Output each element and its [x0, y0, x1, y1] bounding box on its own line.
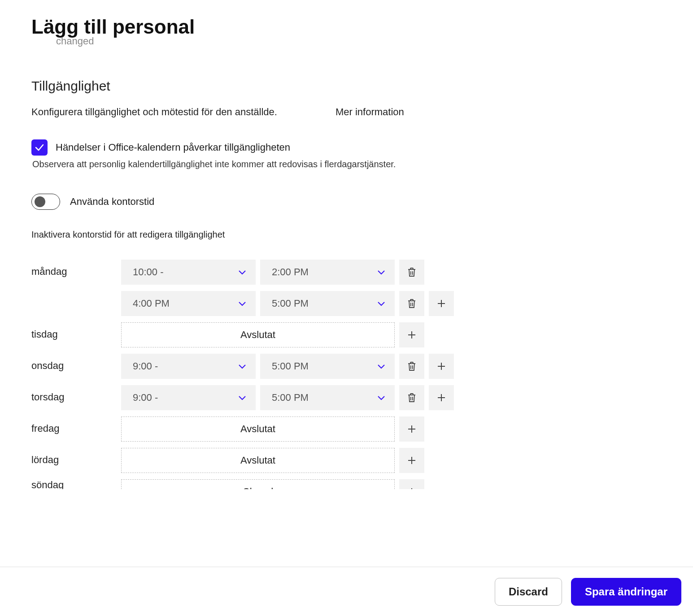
sunday-closed: Closed [121, 479, 395, 489]
office-hours-helper: Inaktivera kontorstid för att redigera t… [31, 230, 662, 240]
changed-indicator: changed [56, 35, 662, 47]
chevron-down-icon [237, 392, 248, 403]
delete-range-button[interactable] [399, 291, 424, 316]
plus-icon [436, 392, 447, 403]
monday-start-2[interactable]: 4:00 PM [121, 291, 256, 316]
day-label-sunday: söndag [31, 479, 117, 489]
save-button[interactable]: Spara ändringar [571, 578, 681, 606]
day-label-monday: måndag [31, 260, 117, 278]
delete-range-button[interactable] [399, 354, 424, 379]
plus-icon [406, 330, 417, 340]
chevron-down-icon [376, 361, 387, 372]
plus-icon [436, 361, 447, 372]
day-label-wednesday: onsdag [31, 354, 117, 372]
thursday-end[interactable]: 5:00 PM [260, 385, 395, 410]
time-value: 5:00 PM [272, 392, 309, 403]
time-value: 9:00 - [133, 392, 158, 403]
day-label-friday: fredag [31, 416, 117, 434]
time-value: 10:00 - [133, 266, 164, 278]
schedule: måndag 10:00 - 2:00 PM [31, 260, 662, 489]
add-range-button[interactable] [399, 479, 424, 489]
delete-range-button[interactable] [399, 260, 424, 285]
day-label-thursday: torsdag [31, 385, 117, 403]
chevron-down-icon [376, 392, 387, 403]
plus-icon [406, 455, 417, 466]
add-range-button[interactable] [399, 322, 424, 347]
monday-start-1[interactable]: 10:00 - [121, 260, 256, 285]
discard-button[interactable]: Discard [495, 578, 562, 606]
thursday-start[interactable]: 9:00 - [121, 385, 256, 410]
friday-closed: Avslutat [121, 416, 395, 442]
saturday-closed: Avslutat [121, 448, 395, 473]
trash-icon [406, 267, 417, 278]
plus-icon [406, 486, 417, 489]
time-value: 2:00 PM [272, 266, 309, 278]
availability-description: Konfigurera tillgänglighet och mötestid … [31, 106, 277, 118]
trash-icon [406, 361, 417, 372]
footer: Discard Spara ändringar [0, 567, 693, 616]
check-icon [34, 142, 45, 153]
chevron-down-icon [376, 298, 387, 309]
time-value: 5:00 PM [272, 360, 309, 372]
chevron-down-icon [237, 298, 248, 309]
availability-section-title: Tillgänglighet [31, 78, 662, 94]
delete-range-button[interactable] [399, 385, 424, 410]
toggle-knob [35, 196, 45, 207]
day-label-tuesday: tisdag [31, 322, 117, 340]
page-title: Lägg till personal [31, 16, 662, 38]
more-info-link[interactable]: Mer information [336, 106, 404, 118]
chevron-down-icon [237, 361, 248, 372]
time-value: 9:00 - [133, 360, 158, 372]
monday-end-2[interactable]: 5:00 PM [260, 291, 395, 316]
time-value: 4:00 PM [133, 298, 170, 309]
trash-icon [406, 298, 417, 309]
tuesday-closed: Avslutat [121, 322, 395, 347]
use-office-hours-label: Använda kontorstid [70, 196, 154, 208]
plus-icon [436, 298, 447, 309]
chevron-down-icon [376, 267, 387, 278]
add-range-button[interactable] [429, 354, 454, 379]
plus-icon [406, 424, 417, 434]
add-range-button[interactable] [399, 448, 424, 473]
add-range-button[interactable] [429, 385, 454, 410]
calendar-events-label: Händelser i Office-kalendern påverkar ti… [56, 142, 290, 153]
trash-icon [406, 392, 417, 403]
calendar-note: Observera att personlig kalendertillgäng… [32, 159, 662, 169]
calendar-events-checkbox[interactable] [31, 139, 48, 156]
monday-end-1[interactable]: 2:00 PM [260, 260, 395, 285]
day-label-saturday: lördag [31, 448, 117, 466]
use-office-hours-toggle[interactable] [31, 194, 60, 210]
wednesday-start[interactable]: 9:00 - [121, 354, 256, 379]
chevron-down-icon [237, 267, 248, 278]
add-range-button[interactable] [429, 291, 454, 316]
add-range-button[interactable] [399, 416, 424, 442]
wednesday-end[interactable]: 5:00 PM [260, 354, 395, 379]
time-value: 5:00 PM [272, 298, 309, 309]
